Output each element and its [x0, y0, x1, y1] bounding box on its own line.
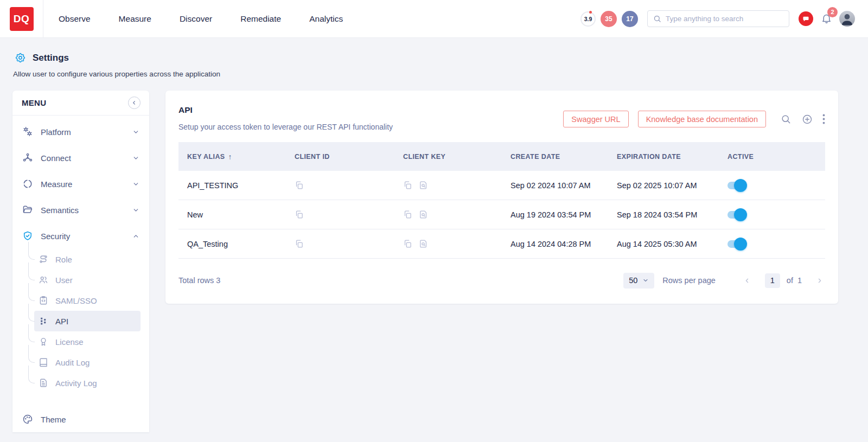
key-alias-cell: API_TESTING [178, 181, 286, 190]
copy-client-key-icon[interactable] [403, 239, 412, 248]
document-lines-icon [39, 378, 48, 388]
plus-circle-icon [802, 114, 813, 125]
menu-title: MENU [22, 98, 46, 107]
api-tokens-table: KEY ALIAS ↑ CLIENT ID CLIENT KEY CREATE … [178, 142, 825, 259]
page-title: Settings [33, 53, 69, 63]
nav-item-measure[interactable]: Measure [119, 14, 151, 24]
create-date-value: Aug 19 2024 03:54 PM [510, 210, 591, 219]
column-header-create-date[interactable]: CREATE DATE [502, 153, 608, 161]
more-options-button[interactable] [822, 114, 825, 124]
user-avatar[interactable] [839, 11, 855, 27]
knowledge-base-button[interactable]: Knowledge base documentation [638, 111, 766, 127]
page-subtitle: Allow user to configure various properti… [0, 63, 868, 78]
sidebar-item-semantics[interactable]: Semantics [12, 197, 149, 223]
sidebar-item-label: Security [41, 232, 70, 241]
column-header-client-id[interactable]: CLIENT ID [286, 153, 394, 161]
sidebar-item-label: Connect [41, 153, 71, 163]
create-date-cell: Aug 19 2024 03:54 PM [502, 210, 608, 219]
chevron-down-icon [132, 155, 139, 162]
sidebar-item-theme[interactable]: Theme [12, 406, 149, 432]
chevron-down-icon [642, 277, 649, 284]
rows-per-page-select[interactable]: 50 [623, 273, 654, 289]
table-header-row: KEY ALIAS ↑ CLIENT ID CLIENT KEY CREATE … [178, 142, 825, 171]
column-label: KEY ALIAS [187, 153, 225, 161]
current-page-input[interactable]: 1 [765, 273, 780, 288]
create-date-cell: Sep 02 2024 10:07 AM [502, 181, 608, 190]
key-alias-cell: QA_Testing [178, 240, 286, 248]
sidebar-item-measure[interactable]: Measure [12, 171, 149, 197]
copy-client-id-icon[interactable] [295, 181, 304, 190]
sidebar-item-label: License [55, 337, 84, 347]
chevron-right-icon [816, 277, 823, 284]
create-date-value: Aug 14 2024 04:28 PM [510, 240, 591, 248]
table-footer: Total rows 3 50 Rows per page 1 of 1 [178, 259, 825, 302]
platform-icon [22, 126, 33, 137]
table-row: New Aug 19 2024 03:54 PM Sep 18 2024 03:… [178, 200, 825, 229]
total-rows-label: Total rows 3 [178, 276, 220, 285]
chevron-left-icon [744, 277, 751, 284]
settings-gear-icon [15, 52, 26, 63]
copy-client-key-icon[interactable] [403, 210, 412, 219]
topbar: DQ Observe Measure Discover Remediate An… [0, 0, 868, 38]
key-alias-value: New [187, 210, 203, 219]
add-token-button[interactable] [802, 114, 813, 125]
key-alias-cell: New [178, 210, 286, 219]
expiration-date-cell: Sep 02 2025 10:07 AM [608, 181, 719, 190]
chevron-down-icon [132, 181, 139, 188]
version-badge[interactable]: 3.9 [580, 11, 596, 27]
sort-ascending-icon: ↑ [228, 152, 232, 161]
sidebar-item-label: API [55, 317, 68, 326]
chevron-down-icon [132, 207, 139, 214]
swagger-url-button[interactable]: Swagger URL [563, 111, 628, 127]
settings-menu-sidebar: MENU Platform Connect [12, 91, 149, 432]
expiration-date-value: Sep 18 2024 03:54 PM [617, 210, 697, 219]
folder-icon [22, 204, 33, 215]
nav-item-analytics[interactable]: Analytics [309, 14, 343, 24]
sidebar-item-connect[interactable]: Connect [12, 145, 149, 171]
panel-subtitle: Setup your access token to leverage our … [178, 123, 393, 131]
expiration-date-value: Aug 14 2025 05:30 AM [617, 240, 697, 248]
view-client-key-icon[interactable] [419, 210, 428, 219]
api-blocks-icon [39, 316, 48, 326]
column-header-client-key[interactable]: CLIENT KEY [394, 153, 502, 161]
global-search-input[interactable] [666, 15, 783, 23]
view-client-key-icon[interactable] [419, 181, 428, 190]
topbar-right: 3.9 35 17 2 [580, 10, 868, 27]
next-page-button[interactable] [814, 277, 825, 284]
expiration-date-cell: Aug 14 2025 05:30 AM [608, 240, 719, 248]
sidebar-item-api[interactable]: API [34, 311, 141, 331]
nav-item-remediate[interactable]: Remediate [240, 14, 281, 24]
column-header-key-alias[interactable]: KEY ALIAS ↑ [178, 152, 286, 161]
sidebar-item-label: Audit Log [55, 358, 90, 367]
rows-per-page-value: 50 [629, 276, 637, 285]
copy-client-id-icon[interactable] [295, 210, 304, 219]
chat-icon[interactable] [799, 11, 813, 26]
create-date-cell: Aug 14 2024 04:28 PM [502, 240, 608, 248]
sidebar-item-label: Measure [41, 180, 72, 189]
info-count-badge[interactable]: 17 [622, 11, 638, 27]
kebab-menu-icon [822, 114, 825, 124]
column-label: EXPIRATION DATE [617, 153, 681, 161]
column-header-expiration-date[interactable]: EXPIRATION DATE [608, 153, 719, 161]
dq-logo[interactable]: DQ [10, 7, 34, 31]
copy-client-key-icon[interactable] [403, 181, 412, 190]
active-toggle[interactable] [727, 238, 747, 251]
chevron-left-icon [131, 100, 137, 106]
notifications-bell[interactable]: 2 [818, 11, 834, 27]
previous-page-button[interactable] [742, 277, 753, 284]
nav-item-observe[interactable]: Observe [59, 14, 91, 24]
collapse-sidebar-button[interactable] [128, 97, 141, 109]
active-toggle[interactable] [727, 179, 747, 192]
notification-count-badge: 2 [827, 7, 838, 17]
table-search-button[interactable] [781, 114, 791, 124]
view-client-key-icon[interactable] [419, 239, 428, 248]
clipboard-code-icon [39, 296, 48, 305]
sidebar-item-activity-log[interactable]: Activity Log [12, 373, 141, 393]
copy-client-id-icon[interactable] [295, 239, 304, 248]
active-toggle[interactable] [727, 208, 747, 221]
global-search[interactable] [647, 10, 789, 27]
column-header-active[interactable]: ACTIVE [719, 153, 825, 161]
sidebar-item-platform[interactable]: Platform [12, 119, 149, 145]
nav-item-discover[interactable]: Discover [180, 14, 212, 24]
alert-count-badge[interactable]: 35 [601, 11, 617, 27]
